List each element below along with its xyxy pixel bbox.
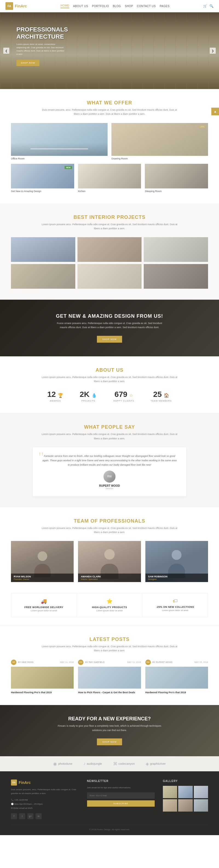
offer-label-sleeping: Sleeping Room [145, 190, 208, 192]
ready-shop-button[interactable]: SHOP NOW [97, 739, 122, 745]
cta-title: GET NEW & AMAZING DESIGN FROM US! [11, 313, 208, 319]
post-1-meta: HR BY HIKE ROSS MAY 11, 2018 [11, 659, 74, 665]
team-member-ryan[interactable]: RYAN WILSON Founder, Owner [11, 541, 74, 582]
cta-shop-button[interactable]: SHOP NOW [97, 336, 122, 343]
cta-section: GET NEW & AMAZING DESIGN FROM US! Fusce … [0, 300, 219, 356]
social-facebook[interactable]: f [11, 813, 17, 819]
testimonials-section: WHAT PEOPLE SAY Lorem ipsum posuere arcu… [0, 413, 219, 507]
offer-item-sleeping[interactable]: Sleeping Room [145, 164, 208, 192]
footer: FA FinArc Duis ornare posuere, arcu. Pel… [0, 771, 219, 835]
project-item-4[interactable] [11, 264, 75, 289]
graphicriver-icon: ◈ [146, 761, 149, 766]
footer-logo-icon: FA [11, 779, 17, 785]
project-item-3[interactable] [144, 237, 208, 262]
post-3-image [145, 667, 208, 689]
post-1[interactable]: HR BY HIKE ROSS MAY 11, 2018 Hardwood Fl… [11, 659, 74, 694]
offer-section: WHAT WE OFFER Duis ornare posuere, arcu.… [0, 89, 219, 204]
gallery-thumb-2[interactable] [178, 786, 192, 798]
nav-shop[interactable]: SHOP [125, 5, 133, 8]
post-3[interactable]: RW BY RUPERT WOOD MAY 05, 2018 Hardwood … [145, 659, 208, 694]
projects-title: BEST INTERIOR PROJECTS [11, 214, 208, 220]
feature-quality-title: HIGH-QUALITY PRODUCTS [82, 606, 137, 609]
codecanyon-icon: ⌘ [113, 761, 118, 766]
team-member-sam[interactable]: SAM ROBINSON Designer [145, 541, 208, 582]
about-description: Lorem ipsum posuere arcu. Pellentesque n… [41, 375, 178, 384]
post-2-author: BY RAY GARFIELD [85, 661, 104, 663]
team-role-ryan: Founder, Owner [14, 578, 71, 580]
posts-description: Lorem ipsum posuere arcu. Pellentesque n… [41, 645, 178, 653]
post-3-meta: RW BY RUPERT WOOD MAY 05, 2018 [145, 659, 208, 665]
scroll-top-button[interactable]: ▲ [211, 107, 219, 115]
offer-item-amazing[interactable]: NEW Get New & Amazing Design [11, 164, 74, 192]
team-name-sam: SAM ROBINSON [148, 575, 205, 578]
hero-next-button[interactable]: ❯ [210, 48, 216, 54]
stat-clients: 679 ☆ HAPPY CLIENTS [113, 390, 134, 402]
project-item-1[interactable] [11, 237, 75, 262]
gallery-thumb-4[interactable] [163, 799, 177, 812]
post-2-avatar: RG [78, 659, 84, 665]
gallery-thumb-3[interactable] [194, 786, 208, 798]
post-2[interactable]: RG BY RAY GARFIELD MAY 11, 2018 How to P… [78, 659, 141, 694]
hero-content: PROFESSIONALS ARCHITECTURE Lorem ipsum d… [0, 12, 219, 80]
feature-delivery-desc: Lorem ipsum dolor sit amet [16, 610, 72, 612]
project-item-5[interactable] [77, 264, 142, 289]
stat-clients-icon: ☆ [129, 393, 133, 398]
offer-item-kitchen[interactable]: Kichen [78, 164, 141, 192]
stat-clients-label: HAPPY CLIENTS [113, 400, 134, 402]
gallery-title: GALLERY [163, 779, 208, 782]
nav-about[interactable]: ABOUT US [73, 5, 88, 8]
hero-section: ❮ PROFESSIONALS ARCHITECTURE Lorem ipsum… [0, 12, 219, 89]
offer-item-drawing[interactable]: -30% Drawing Room [112, 123, 208, 160]
offer-grid-top: Office Room -30% Drawing Room [11, 123, 208, 160]
footer-about-column: FA FinArc Duis ornare posuere, arcu. Pel… [11, 779, 79, 819]
brand-graphicriver: ◈ graphicriver [146, 761, 166, 766]
post-3-title: Hardwood Flooring Pro's that 2019 [145, 691, 208, 694]
team-role-sam: Designer [148, 578, 205, 580]
site-logo[interactable]: FA FinArc [5, 2, 27, 10]
newsletter-title: NEWSLETTER [87, 779, 155, 782]
about-stats: 12 🏆 AWARDS 2K 💧 PROJECTS 679 ☆ HAPPY CL… [11, 390, 208, 402]
discount-icon: 🏷 [147, 598, 203, 604]
search-icon[interactable]: 🔍 [210, 4, 214, 8]
logo-text: FinArc [15, 4, 27, 8]
quality-icon: ⭐ [82, 598, 137, 604]
hero-title: PROFESSIONALS ARCHITECTURE [17, 26, 71, 40]
stat-awards-icon: 🏆 [58, 393, 63, 398]
newsletter-email-input[interactable] [87, 793, 155, 799]
newsletter-subscribe-button[interactable]: SUBSCRIBE [87, 800, 155, 807]
hero-shop-button[interactable]: SHOP NOW [17, 60, 39, 66]
navbar: FA FinArc HOME ABOUT US PORTFOLIO BLOG S… [0, 0, 219, 12]
offer-title: WHAT WE OFFER [11, 100, 208, 106]
feature-discount-title: -25% ON NEW COLLECTIONS [147, 606, 203, 608]
team-name-amanda: AMANDA CLARK [81, 575, 138, 578]
stat-projects-label: PROJECTS [80, 400, 97, 402]
feature-delivery-title: FREE WORLDWIDE DELIVERY [16, 606, 72, 609]
nav-pages[interactable]: PAGES [160, 5, 169, 8]
footer-gallery-grid [163, 786, 208, 812]
posts-header: LATEST POSTS Lorem ipsum posuere arcu. P… [11, 637, 208, 653]
cart-icon[interactable]: 🛒 [203, 4, 207, 8]
nav-portfolio[interactable]: PORTFOLIO [92, 5, 109, 8]
nav-contact[interactable]: CONTACT US [137, 5, 156, 8]
hero-description: Lorem ipsum dolor sit amet, consectetur … [17, 43, 66, 56]
social-google-plus[interactable]: g+ [27, 813, 33, 819]
social-twitter[interactable]: t [19, 813, 25, 819]
gallery-thumb-5[interactable] [178, 799, 192, 812]
nav-blog[interactable]: BLOG [113, 5, 121, 8]
posts-grid: HR BY HIKE ROSS MAY 11, 2018 Hardwood Fl… [11, 659, 208, 694]
offer-item-office[interactable]: Office Room [11, 123, 107, 160]
footer-hours: 🕐 Mon-Sat 09:00am – 05:00pm [11, 802, 79, 806]
stat-projects-number: 2K [80, 390, 90, 399]
project-item-6[interactable] [144, 264, 208, 289]
team-role-amanda: Interior Specialist [81, 578, 138, 580]
social-linkedin[interactable]: in [36, 813, 42, 819]
gallery-thumb-6[interactable] [194, 799, 208, 812]
team-member-amanda[interactable]: AMANDA CLARK Interior Specialist [78, 541, 141, 582]
hero-prev-button[interactable]: ❮ [3, 48, 9, 54]
gallery-thumb-1[interactable] [163, 786, 177, 798]
team-section: TEAM OF PROFESSIONALS Lorem ipsum posuer… [0, 507, 219, 593]
testimonials-header: WHAT PEOPLE SAY Lorem ipsum posuere arcu… [11, 424, 208, 441]
testimonial-avatar: RW [103, 471, 116, 483]
nav-home[interactable]: HOME [61, 4, 69, 8]
project-item-2[interactable] [77, 237, 142, 262]
